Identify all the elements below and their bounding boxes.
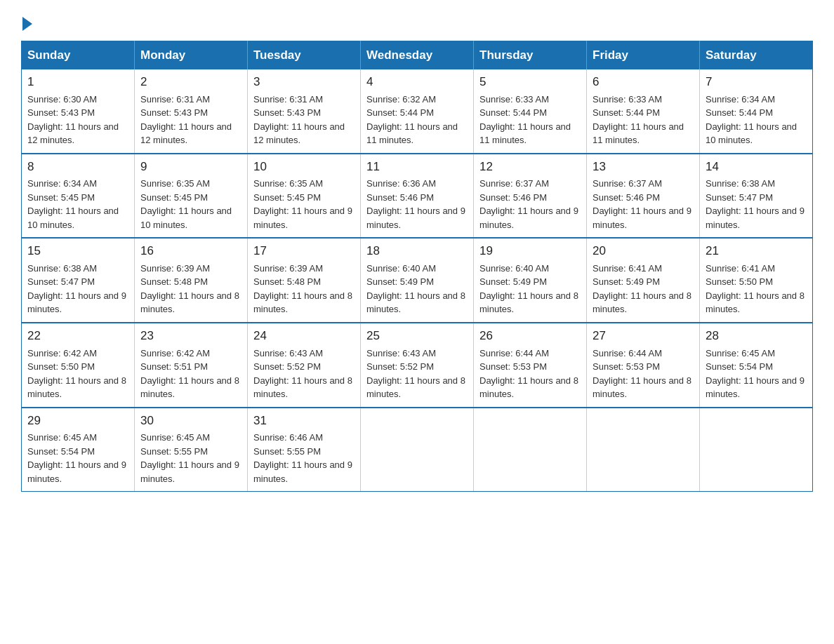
calendar-day-header: Friday bbox=[587, 41, 700, 70]
day-number: 24 bbox=[253, 328, 355, 345]
page-header bbox=[21, 14, 813, 28]
day-number: 18 bbox=[366, 243, 468, 260]
day-number: 8 bbox=[27, 159, 128, 176]
day-info: Sunrise: 6:43 AM Sunset: 5:52 PM Dayligh… bbox=[366, 347, 468, 401]
day-info: Sunrise: 6:38 AM Sunset: 5:47 PM Dayligh… bbox=[706, 177, 807, 232]
calendar-day-header: Sunday bbox=[22, 41, 135, 70]
calendar-day-cell: 5 Sunrise: 6:33 AM Sunset: 5:44 PM Dayli… bbox=[474, 69, 587, 154]
calendar-day-cell: 12 Sunrise: 6:37 AM Sunset: 5:46 PM Dayl… bbox=[474, 154, 587, 239]
day-info: Sunrise: 6:46 AM Sunset: 5:55 PM Dayligh… bbox=[253, 431, 355, 485]
calendar-day-cell: 13 Sunrise: 6:37 AM Sunset: 5:46 PM Dayl… bbox=[587, 154, 700, 239]
day-number: 16 bbox=[140, 243, 241, 260]
day-info: Sunrise: 6:45 AM Sunset: 5:54 PM Dayligh… bbox=[27, 431, 128, 485]
day-number: 12 bbox=[479, 159, 581, 176]
day-info: Sunrise: 6:31 AM Sunset: 5:43 PM Dayligh… bbox=[140, 93, 241, 147]
day-number: 10 bbox=[253, 159, 355, 176]
day-number: 19 bbox=[479, 243, 581, 260]
calendar-week-row: 15 Sunrise: 6:38 AM Sunset: 5:47 PM Dayl… bbox=[22, 238, 813, 323]
calendar-day-cell: 2 Sunrise: 6:31 AM Sunset: 5:43 PM Dayli… bbox=[135, 69, 248, 154]
calendar-week-row: 1 Sunrise: 6:30 AM Sunset: 5:43 PM Dayli… bbox=[22, 69, 813, 154]
day-number: 23 bbox=[140, 328, 241, 345]
calendar-day-cell: 18 Sunrise: 6:40 AM Sunset: 5:49 PM Dayl… bbox=[361, 238, 474, 323]
calendar-day-cell: 24 Sunrise: 6:43 AM Sunset: 5:52 PM Dayl… bbox=[248, 323, 361, 408]
calendar-day-cell: 15 Sunrise: 6:38 AM Sunset: 5:47 PM Dayl… bbox=[22, 238, 135, 323]
day-info: Sunrise: 6:39 AM Sunset: 5:48 PM Dayligh… bbox=[140, 262, 241, 316]
day-number: 3 bbox=[253, 74, 355, 91]
day-number: 15 bbox=[27, 243, 128, 260]
calendar-day-header: Wednesday bbox=[361, 41, 474, 70]
day-number: 20 bbox=[593, 243, 694, 260]
calendar-day-cell: 14 Sunrise: 6:38 AM Sunset: 5:47 PM Dayl… bbox=[700, 154, 813, 239]
calendar-day-cell: 27 Sunrise: 6:44 AM Sunset: 5:53 PM Dayl… bbox=[587, 323, 700, 408]
calendar-day-cell: 1 Sunrise: 6:30 AM Sunset: 5:43 PM Dayli… bbox=[22, 69, 135, 154]
calendar-day-cell: 16 Sunrise: 6:39 AM Sunset: 5:48 PM Dayl… bbox=[135, 238, 248, 323]
day-number: 9 bbox=[140, 159, 241, 176]
day-info: Sunrise: 6:33 AM Sunset: 5:44 PM Dayligh… bbox=[479, 93, 581, 147]
calendar-week-row: 29 Sunrise: 6:45 AM Sunset: 5:54 PM Dayl… bbox=[22, 408, 813, 492]
calendar-day-cell: 6 Sunrise: 6:33 AM Sunset: 5:44 PM Dayli… bbox=[587, 69, 700, 154]
calendar-day-cell bbox=[474, 408, 587, 492]
day-number: 25 bbox=[366, 328, 468, 345]
day-info: Sunrise: 6:34 AM Sunset: 5:44 PM Dayligh… bbox=[706, 93, 807, 147]
day-info: Sunrise: 6:32 AM Sunset: 5:44 PM Dayligh… bbox=[366, 93, 468, 147]
calendar-day-header: Tuesday bbox=[248, 41, 361, 70]
calendar-day-cell bbox=[587, 408, 700, 492]
day-info: Sunrise: 6:44 AM Sunset: 5:53 PM Dayligh… bbox=[479, 347, 581, 401]
day-number: 29 bbox=[27, 412, 128, 430]
day-info: Sunrise: 6:37 AM Sunset: 5:46 PM Dayligh… bbox=[479, 177, 581, 232]
day-number: 7 bbox=[706, 74, 807, 91]
day-info: Sunrise: 6:43 AM Sunset: 5:52 PM Dayligh… bbox=[253, 347, 355, 401]
day-number: 2 bbox=[140, 74, 241, 91]
day-number: 1 bbox=[27, 74, 128, 91]
day-number: 6 bbox=[593, 74, 694, 91]
day-number: 26 bbox=[479, 328, 581, 345]
logo-arrow-icon bbox=[22, 17, 32, 31]
day-info: Sunrise: 6:39 AM Sunset: 5:48 PM Dayligh… bbox=[253, 262, 355, 316]
day-info: Sunrise: 6:41 AM Sunset: 5:49 PM Dayligh… bbox=[593, 262, 694, 316]
day-info: Sunrise: 6:35 AM Sunset: 5:45 PM Dayligh… bbox=[140, 177, 241, 232]
calendar-week-row: 22 Sunrise: 6:42 AM Sunset: 5:50 PM Dayl… bbox=[22, 323, 813, 408]
calendar-table: SundayMondayTuesdayWednesdayThursdayFrid… bbox=[21, 41, 813, 492]
calendar-day-cell: 20 Sunrise: 6:41 AM Sunset: 5:49 PM Dayl… bbox=[587, 238, 700, 323]
day-number: 5 bbox=[479, 74, 581, 91]
day-number: 30 bbox=[140, 412, 241, 430]
calendar-day-cell bbox=[700, 408, 813, 492]
day-number: 22 bbox=[27, 328, 128, 345]
day-number: 31 bbox=[253, 412, 355, 430]
day-number: 11 bbox=[366, 159, 468, 176]
day-info: Sunrise: 6:45 AM Sunset: 5:54 PM Dayligh… bbox=[706, 347, 807, 401]
day-info: Sunrise: 6:41 AM Sunset: 5:50 PM Dayligh… bbox=[706, 262, 807, 316]
calendar-day-header: Thursday bbox=[474, 41, 587, 70]
calendar-day-cell: 19 Sunrise: 6:40 AM Sunset: 5:49 PM Dayl… bbox=[474, 238, 587, 323]
day-info: Sunrise: 6:37 AM Sunset: 5:46 PM Dayligh… bbox=[593, 177, 694, 232]
calendar-day-cell bbox=[361, 408, 474, 492]
calendar-day-cell: 4 Sunrise: 6:32 AM Sunset: 5:44 PM Dayli… bbox=[361, 69, 474, 154]
calendar-day-cell: 29 Sunrise: 6:45 AM Sunset: 5:54 PM Dayl… bbox=[22, 408, 135, 492]
calendar-day-cell: 11 Sunrise: 6:36 AM Sunset: 5:46 PM Dayl… bbox=[361, 154, 474, 239]
calendar-day-cell: 21 Sunrise: 6:41 AM Sunset: 5:50 PM Dayl… bbox=[700, 238, 813, 323]
calendar-day-cell: 9 Sunrise: 6:35 AM Sunset: 5:45 PM Dayli… bbox=[135, 154, 248, 239]
day-info: Sunrise: 6:38 AM Sunset: 5:47 PM Dayligh… bbox=[27, 262, 128, 316]
day-info: Sunrise: 6:42 AM Sunset: 5:51 PM Dayligh… bbox=[140, 347, 241, 401]
day-number: 17 bbox=[253, 243, 355, 260]
day-info: Sunrise: 6:36 AM Sunset: 5:46 PM Dayligh… bbox=[366, 177, 468, 232]
calendar-day-cell: 30 Sunrise: 6:45 AM Sunset: 5:55 PM Dayl… bbox=[135, 408, 248, 492]
calendar-day-cell: 7 Sunrise: 6:34 AM Sunset: 5:44 PM Dayli… bbox=[700, 69, 813, 154]
calendar-day-cell: 31 Sunrise: 6:46 AM Sunset: 5:55 PM Dayl… bbox=[248, 408, 361, 492]
day-number: 27 bbox=[593, 328, 694, 345]
calendar-day-cell: 26 Sunrise: 6:44 AM Sunset: 5:53 PM Dayl… bbox=[474, 323, 587, 408]
day-info: Sunrise: 6:34 AM Sunset: 5:45 PM Dayligh… bbox=[27, 177, 128, 232]
calendar-week-row: 8 Sunrise: 6:34 AM Sunset: 5:45 PM Dayli… bbox=[22, 154, 813, 239]
calendar-day-cell: 17 Sunrise: 6:39 AM Sunset: 5:48 PM Dayl… bbox=[248, 238, 361, 323]
day-info: Sunrise: 6:40 AM Sunset: 5:49 PM Dayligh… bbox=[366, 262, 468, 316]
day-number: 28 bbox=[706, 328, 807, 345]
day-info: Sunrise: 6:40 AM Sunset: 5:49 PM Dayligh… bbox=[479, 262, 581, 316]
day-number: 21 bbox=[706, 243, 807, 260]
day-info: Sunrise: 6:44 AM Sunset: 5:53 PM Dayligh… bbox=[593, 347, 694, 401]
calendar-day-cell: 22 Sunrise: 6:42 AM Sunset: 5:50 PM Dayl… bbox=[22, 323, 135, 408]
day-number: 14 bbox=[706, 159, 807, 176]
calendar-day-cell: 25 Sunrise: 6:43 AM Sunset: 5:52 PM Dayl… bbox=[361, 323, 474, 408]
day-number: 4 bbox=[366, 74, 468, 91]
day-info: Sunrise: 6:42 AM Sunset: 5:50 PM Dayligh… bbox=[27, 347, 128, 401]
day-info: Sunrise: 6:31 AM Sunset: 5:43 PM Dayligh… bbox=[253, 93, 355, 147]
